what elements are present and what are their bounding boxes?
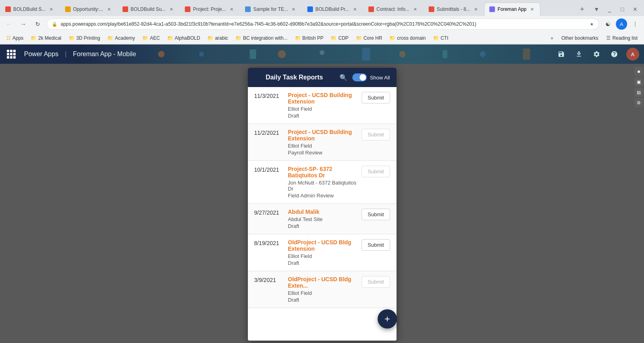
tab-label-3: BOLDBuild Su... [131,6,166,12]
tab-close-7[interactable]: ✕ [412,6,418,12]
tab-label-7: Contract: Info... [376,6,409,12]
bookmark-bc-integration[interactable]: 📁 BC integration with... [232,35,291,42]
help-icon[interactable] [609,49,620,60]
close-button[interactable]: ✕ [630,4,640,14]
show-all-toggle[interactable] [352,73,367,81]
tab-close-1[interactable]: ✕ [48,6,55,12]
reload-button[interactable]: ↻ [32,18,43,30]
forward-button[interactable]: → [18,18,29,30]
tab-4[interactable]: Project: Proje... ✕ [180,2,240,16]
task-project[interactable]: OldProject - UCSD Bldg Exten... [288,276,357,289]
tab-favicon-9 [489,6,495,12]
bookmark-other[interactable]: Other bookmarks [558,35,601,42]
tab-close-5[interactable]: ✕ [290,6,297,12]
plus-icon: + [384,313,390,325]
tab-1[interactable]: BOLDBuild S... ✕ [0,2,60,16]
panel-title: Daily Task Reports [254,74,335,81]
submit-button[interactable]: Submit [362,239,390,251]
task-item: 11/3/2021 Project - UCSD Building Extens… [248,87,397,124]
profile-icon[interactable]: A [616,18,627,30]
bookmark-alphabold[interactable]: 📁 AlphaBOLD [164,35,203,42]
tab-label-5: Sample for TE... [253,6,288,12]
add-task-fab[interactable]: + [378,309,397,329]
task-project[interactable]: Project - UCSD Building Extension [288,129,357,142]
bookmark-core-hr[interactable]: 📁 Core HR [353,35,386,42]
bookmark-aec[interactable]: 📁 AEC [139,35,163,42]
tab-close-6[interactable]: ✕ [352,6,358,12]
right-icon-settings[interactable]: ⚙ [634,98,643,107]
minimize-button[interactable]: ⎯ [605,4,614,14]
task-project[interactable]: OldProject - UCSD Bldg Extension [288,239,357,252]
tab-close-9[interactable]: ✕ [529,6,535,12]
svg-rect-2 [250,49,256,59]
tab-favicon-4 [185,6,190,12]
tab-dropdown-button[interactable]: ▼ [592,4,601,14]
task-field: Jon McNutt - 6372 Batiqtuitos Dr [288,180,357,192]
waffle-menu-button[interactable] [5,48,18,61]
task-project[interactable]: Project-SP- 6372 Batiqtuitos Dr [288,166,357,179]
app-name: Foreman App - Mobile [73,51,136,58]
bookmark-3d-printing[interactable]: 📁 3D Printing [65,35,103,42]
task-item: 9/27/2021 Abdul Malik Abdul Test Site Dr… [248,204,397,234]
tab-close-3[interactable]: ✕ [168,6,174,12]
bookmark-arabic[interactable]: 📁 arabic [204,35,231,42]
search-icon[interactable]: 🔍 [339,74,348,81]
tab-3[interactable]: BOLDBuild Su... ✕ [117,2,180,16]
star-icon[interactable]: ★ [590,22,594,27]
back-button[interactable]: ← [3,18,14,30]
task-project[interactable]: Abdul Malik [288,209,357,215]
right-icon-screen[interactable]: ▤ [634,88,643,97]
tab-favicon-5 [245,6,251,12]
address-bar[interactable]: 🔒 apps.powerapps.com/play/be61e852-82d4-… [47,18,599,30]
waffle-icon [7,50,16,59]
extensions-icon[interactable]: ☯ [602,18,613,30]
task-details: Abdul Malik Abdul Test Site Draft [288,209,357,229]
settings-icon[interactable] [591,49,602,60]
task-project[interactable]: Project - UCSD Building Extension [288,92,357,105]
right-icon-1[interactable]: ■ [634,67,643,76]
tab-2[interactable]: Opportunity:... ✕ [60,2,117,16]
task-submit-container: Submit [362,92,390,104]
tab-6[interactable]: BOLDBuild Pr... ✕ [302,2,363,16]
powerapps-title: Power Apps [24,51,58,58]
tab-8[interactable]: Submittals - 8... ✕ [423,2,484,16]
task-date: 11/3/2021 [254,92,283,99]
submit-button[interactable]: Submit [362,92,390,104]
task-date: 3/9/2021 [254,276,283,283]
tab-overflow: ▼ ⎯ □ ✕ [588,4,644,14]
toggle-label: Show All [370,75,390,81]
bookmark-2k-medical[interactable]: 📁 2k Medical [27,35,64,42]
user-avatar[interactable]: A [626,48,639,61]
save-icon[interactable] [556,49,567,60]
tab-5[interactable]: Sample for TE... ✕ [240,2,302,16]
lock-icon: 🔒 [52,22,57,27]
tab-7[interactable]: Contract: Info... ✕ [363,2,423,16]
submit-button[interactable]: Submit [362,209,390,220]
bookmark-academy[interactable]: 📁 Academy [104,35,138,42]
svg-point-0 [158,51,165,57]
task-status: Draft [288,113,357,119]
task-details: OldProject - UCSD Bldg Extension Elliot … [288,239,357,266]
folder-icon: 📁 [433,35,439,41]
download-icon[interactable] [573,49,585,60]
folder-icon: 📁 [331,35,337,41]
task-status: Draft [288,297,357,303]
task-status: Draft [288,260,357,266]
new-tab-button[interactable]: + [577,4,588,15]
bookmarks-right: Other bookmarks ☰ Reading list [558,35,641,42]
settings-icon[interactable]: ⋮ [630,18,641,30]
right-icon-camera[interactable]: ▣ [634,77,643,86]
bookmarks-overflow[interactable]: » [548,35,556,42]
maximize-button[interactable]: □ [617,4,627,14]
tab-close-2[interactable]: ✕ [106,6,112,12]
bookmark-reading-list[interactable]: ☰ Reading list [603,35,641,42]
tab-label-1: BOLDBuild S... [13,6,46,12]
bookmark-cti[interactable]: 📁 CTI [430,35,452,42]
bookmark-cross-domain[interactable]: 📁 cross domain [386,35,429,42]
bookmark-british-pp[interactable]: 📁 British PP [292,35,327,42]
bookmark-apps[interactable]: ☷ Apps [3,35,27,42]
tab-close-4[interactable]: ✕ [228,6,235,12]
bookmark-cdp[interactable]: 📁 CDP [327,35,352,42]
tab-close-8[interactable]: ✕ [472,6,479,12]
tab-9[interactable]: Foreman App ✕ [484,2,540,16]
